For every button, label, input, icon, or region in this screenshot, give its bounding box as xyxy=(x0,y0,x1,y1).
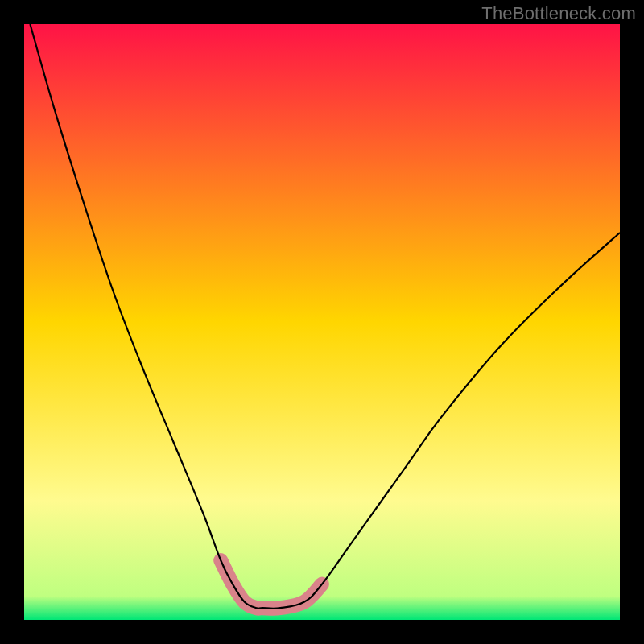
curve-layer xyxy=(24,24,620,620)
watermark-text: TheBottleneck.com xyxy=(481,3,636,24)
plot-area xyxy=(24,24,620,620)
bottleneck-curve xyxy=(30,24,620,609)
